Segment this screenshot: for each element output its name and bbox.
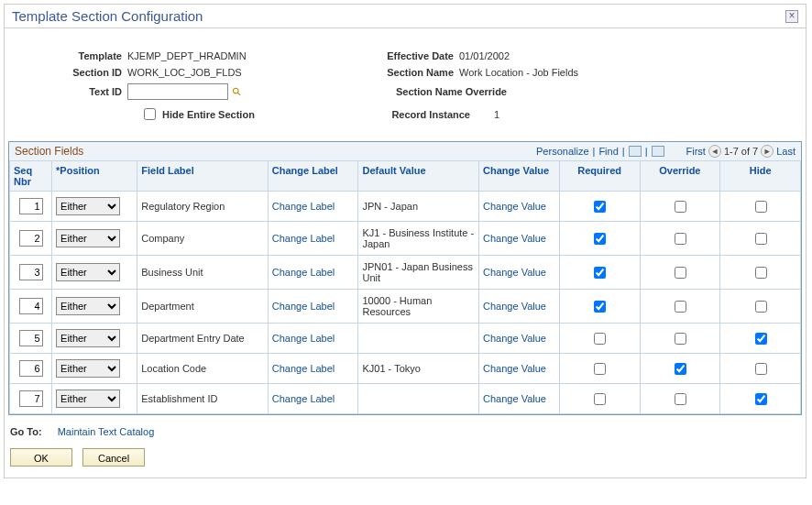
required-checkbox[interactable] xyxy=(594,393,606,405)
hide-checkbox[interactable] xyxy=(755,233,767,245)
default-value-cell: KJ1 - Business Institute - Japan xyxy=(358,222,479,256)
hide-section-label: Hide Entire Section xyxy=(162,109,255,120)
text-id-field-wrap: ⚲ xyxy=(127,83,357,100)
position-select[interactable]: Either xyxy=(56,329,120,347)
section-name-label: Section Name xyxy=(357,67,459,78)
col-position[interactable]: *Position xyxy=(56,165,100,176)
override-checkbox[interactable] xyxy=(675,333,686,345)
field-label-cell: Location Code xyxy=(137,354,269,384)
download-icon[interactable] xyxy=(652,146,664,157)
col-default-value[interactable]: Default Value xyxy=(362,165,425,176)
eff-date-value: 01/01/2002 xyxy=(459,50,798,61)
pager-prev-icon[interactable]: ◄ xyxy=(708,145,721,158)
table-row: EitherBusiness UnitChange LabelJPN01 - J… xyxy=(10,256,801,290)
required-checkbox[interactable] xyxy=(594,233,606,245)
default-value-cell: 10000 - Human Resources xyxy=(358,290,479,324)
change-value-link[interactable]: Change Value xyxy=(483,233,546,244)
record-instance-value: 1 xyxy=(476,109,798,120)
position-select[interactable]: Either xyxy=(56,197,120,215)
table-row: EitherCompanyChange LabelKJ1 - Business … xyxy=(10,222,801,256)
change-value-link[interactable]: Change Value xyxy=(483,393,546,404)
override-checkbox[interactable] xyxy=(675,267,686,279)
zoom-icon[interactable] xyxy=(629,146,642,157)
position-select[interactable]: Either xyxy=(56,359,120,378)
change-label-link[interactable]: Change Label xyxy=(272,267,335,278)
hide-checkbox[interactable] xyxy=(755,333,767,345)
template-label: Template xyxy=(12,50,127,61)
seq-input[interactable] xyxy=(19,264,43,280)
button-row: OK Cancel xyxy=(5,445,806,478)
col-hide[interactable]: Hide xyxy=(750,165,772,176)
position-select[interactable]: Either xyxy=(56,297,120,315)
required-checkbox[interactable] xyxy=(594,301,606,313)
change-label-link[interactable]: Change Label xyxy=(272,333,335,344)
grid-toolbar: Section Fields Personalize | Find | | Fi… xyxy=(9,142,801,160)
cancel-button[interactable]: Cancel xyxy=(82,448,145,467)
record-instance-label: Record Instance xyxy=(357,109,476,120)
change-label-link[interactable]: Change Label xyxy=(272,233,335,244)
seq-input[interactable] xyxy=(19,360,43,377)
title-bar: Template Section Configuration × xyxy=(5,5,806,28)
grid-header-row: Seq Nbr *Position Field Label Change Lab… xyxy=(10,161,801,192)
change-value-link[interactable]: Change Value xyxy=(483,301,546,312)
override-checkbox[interactable] xyxy=(675,393,686,405)
hide-checkbox[interactable] xyxy=(755,201,767,213)
table-row: EitherRegulatory RegionChange LabelJPN -… xyxy=(10,192,801,222)
default-value-cell: KJ01 - Tokyo xyxy=(358,354,479,384)
ok-button[interactable]: OK xyxy=(10,448,72,467)
change-label-link[interactable]: Change Label xyxy=(272,201,335,212)
change-value-link[interactable]: Change Value xyxy=(483,333,546,344)
goto-text-catalog-link[interactable]: Maintain Text Catalog xyxy=(58,426,155,437)
override-checkbox[interactable] xyxy=(675,233,686,245)
override-checkbox[interactable] xyxy=(675,363,686,375)
grid-links: Personalize | Find | | xyxy=(536,146,664,157)
dialog-container: Template Section Configuration × Templat… xyxy=(4,4,807,478)
header-form: Template KJEMP_DEPT_HRADMIN Effective Da… xyxy=(5,28,806,137)
override-checkbox[interactable] xyxy=(675,301,686,313)
override-checkbox[interactable] xyxy=(675,201,686,213)
change-value-link[interactable]: Change Value xyxy=(483,363,546,374)
col-seq[interactable]: Seq Nbr xyxy=(14,165,32,187)
position-select[interactable]: Either xyxy=(56,390,120,408)
required-checkbox[interactable] xyxy=(594,201,606,213)
table-row: EitherDepartmentChange Label10000 - Huma… xyxy=(10,290,801,324)
col-change-value[interactable]: Change Value xyxy=(483,165,549,176)
col-field-label[interactable]: Field Label xyxy=(141,165,193,176)
change-label-link[interactable]: Change Label xyxy=(272,363,335,374)
change-label-link[interactable]: Change Label xyxy=(272,393,335,404)
position-select[interactable]: Either xyxy=(56,229,120,247)
required-checkbox[interactable] xyxy=(594,363,606,375)
seq-input[interactable] xyxy=(19,390,43,407)
close-icon[interactable]: × xyxy=(785,10,798,23)
hide-checkbox[interactable] xyxy=(755,393,767,405)
field-label-cell: Company xyxy=(137,222,269,256)
pager-next-icon[interactable]: ► xyxy=(761,145,774,158)
change-value-link[interactable]: Change Value xyxy=(483,201,546,212)
hide-checkbox[interactable] xyxy=(755,267,767,279)
change-value-link[interactable]: Change Value xyxy=(483,267,546,278)
default-value-cell: JPN - Japan xyxy=(358,192,479,222)
seq-input[interactable] xyxy=(19,298,43,314)
pager-text: 1-7 of 7 xyxy=(724,146,758,157)
section-id-value: WORK_LOC_JOB_FLDS xyxy=(127,67,357,78)
change-label-link[interactable]: Change Label xyxy=(272,301,335,312)
lookup-icon[interactable]: ⚲ xyxy=(229,84,244,99)
field-label-cell: Business Unit xyxy=(137,256,269,290)
personalize-link[interactable]: Personalize xyxy=(536,146,588,157)
seq-input[interactable] xyxy=(19,230,43,247)
seq-input[interactable] xyxy=(19,330,43,346)
pager-last[interactable]: Last xyxy=(776,146,796,157)
col-required[interactable]: Required xyxy=(577,165,621,176)
pager-first[interactable]: First xyxy=(686,146,706,157)
position-select[interactable]: Either xyxy=(56,263,120,281)
hide-checkbox[interactable] xyxy=(755,301,767,313)
required-checkbox[interactable] xyxy=(594,267,606,279)
col-override[interactable]: Override xyxy=(659,165,700,176)
seq-input[interactable] xyxy=(19,198,43,214)
find-link[interactable]: Find xyxy=(598,146,618,157)
hide-section-checkbox[interactable] xyxy=(144,108,156,120)
text-id-input[interactable] xyxy=(127,83,228,100)
col-change-label[interactable]: Change Label xyxy=(272,165,338,176)
hide-checkbox[interactable] xyxy=(755,363,767,375)
required-checkbox[interactable] xyxy=(594,333,606,345)
